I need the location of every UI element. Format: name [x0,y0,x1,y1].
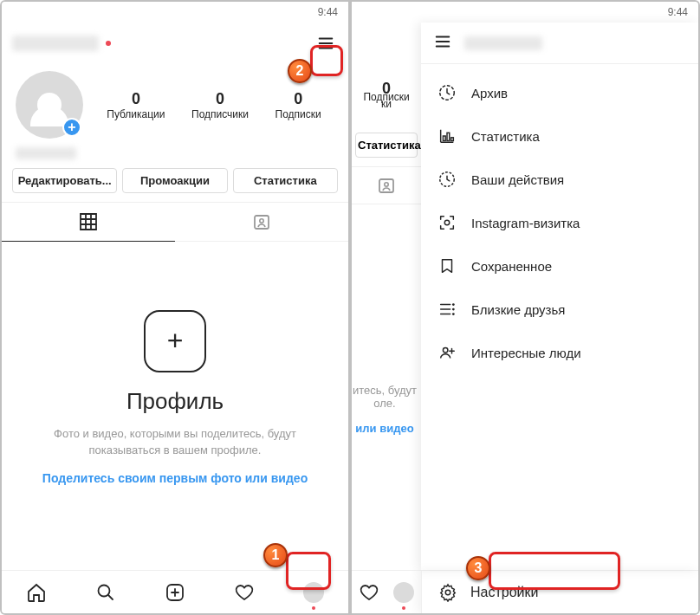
tagged-icon [251,211,272,232]
avatar-icon [393,582,414,603]
svg-rect-13 [443,136,445,141]
menu-label: Интересные люди [471,346,581,360]
nametag-icon [437,212,457,233]
activity-icon [437,169,457,190]
empty-description: Фото и видео, которыми вы поделитесь, бу… [28,425,322,459]
home-icon [26,582,47,603]
hamburger-icon [433,32,452,51]
menu-close-button[interactable] [433,32,452,55]
avatar-icon [303,582,324,603]
insights-icon [437,126,457,146]
menu-label: Сохраненное [471,259,552,274]
menu-button[interactable] [314,31,338,55]
status-bar: 9:44 [2,2,348,23]
menu-label: Статистика [471,129,540,144]
bottom-nav [2,570,348,613]
notification-dot [402,606,405,610]
screen-menu-open: 9:44 0ки Подписки Статистика итесь, буду… [352,2,698,613]
stat-posts[interactable]: 0 Публикации [107,90,165,120]
menu-item-insights[interactable]: Статистика [421,114,698,158]
background-profile-fragment: 0ки Подписки Статистика итесь, будут оле… [352,23,421,613]
stat-following[interactable]: 0 Подписки [275,90,321,120]
svg-rect-15 [451,138,454,141]
avatar[interactable]: + [16,71,83,139]
add-post-icon: + [144,310,206,372]
profile-info: + 0 Публикации 0 Подписчики 0 Подписки [2,64,348,142]
insights-button[interactable]: Статистика [233,168,338,193]
display-name [16,147,76,159]
tab-tagged[interactable] [175,203,348,241]
share-first-link[interactable]: Поделитесь своим первым фото или видео [42,471,308,485]
archive-icon [437,82,457,103]
svg-rect-14 [447,133,450,140]
add-icon [165,582,185,603]
grid-icon [78,211,99,232]
svg-point-20 [452,313,455,315]
status-time: 9:44 [668,6,688,18]
svg-point-4 [260,219,263,223]
svg-point-18 [452,303,455,306]
svg-point-21 [443,348,448,353]
notification-dot [312,606,315,610]
heart-icon [359,582,379,603]
svg-point-17 [444,220,450,225]
discover-people-icon [437,342,457,363]
svg-point-11 [385,183,388,186]
menu-label: Близкие друзья [471,302,565,317]
tab-grid[interactable] [2,203,175,241]
menu-item-saved[interactable]: Сохраненное [421,244,698,288]
close-friends-icon [437,299,457,320]
menu-label: Instagram-визитка [471,216,580,230]
empty-title: Профиль [126,388,224,415]
insights-button-fragment: Статистика [355,133,418,158]
hamburger-icon [316,34,335,53]
nav-profile[interactable] [301,580,326,605]
menu-item-nametag[interactable]: Instagram-визитка [421,201,698,244]
nav-activity[interactable] [359,580,379,605]
side-menu: Архив Статистика Ваши действия Instagram… [421,23,698,570]
nav-profile[interactable] [393,580,414,605]
stat-followers[interactable]: 0 Подписчики [191,90,249,120]
nav-home[interactable] [24,580,49,605]
settings-label: Настройки [470,585,538,600]
svg-point-22 [445,590,450,595]
tagged-icon [376,175,397,196]
menu-label: Архив [471,86,508,100]
promotions-button[interactable]: Промоакции [122,168,227,193]
empty-state: + Профиль Фото и видео, которыми вы поде… [2,242,348,570]
gear-icon [438,582,458,603]
nav-activity[interactable] [232,580,256,605]
svg-point-19 [452,308,455,311]
menu-item-settings[interactable]: Настройки [421,571,698,613]
notification-dot [106,41,111,46]
nav-search[interactable] [94,580,118,605]
status-bar: 9:44 [352,2,698,23]
username[interactable] [12,36,99,51]
username [464,36,542,50]
saved-icon [437,256,457,276]
menu-item-activity[interactable]: Ваши действия [421,158,698,201]
menu-item-archive[interactable]: Архив [421,71,698,114]
menu-item-close-friends[interactable]: Близкие друзья [421,288,698,331]
nav-add[interactable] [163,580,187,605]
search-icon [95,582,116,603]
profile-header [2,23,348,64]
menu-label: Ваши действия [471,172,564,187]
status-time: 9:44 [318,6,338,18]
menu-item-discover[interactable]: Интересные люди [421,331,698,374]
heart-icon [234,582,255,603]
screen-profile: 9:44 + 0 Публикации 0 Подпи [2,2,348,613]
edit-profile-button[interactable]: Редактировать... [12,168,117,193]
add-story-icon[interactable]: + [62,118,81,137]
